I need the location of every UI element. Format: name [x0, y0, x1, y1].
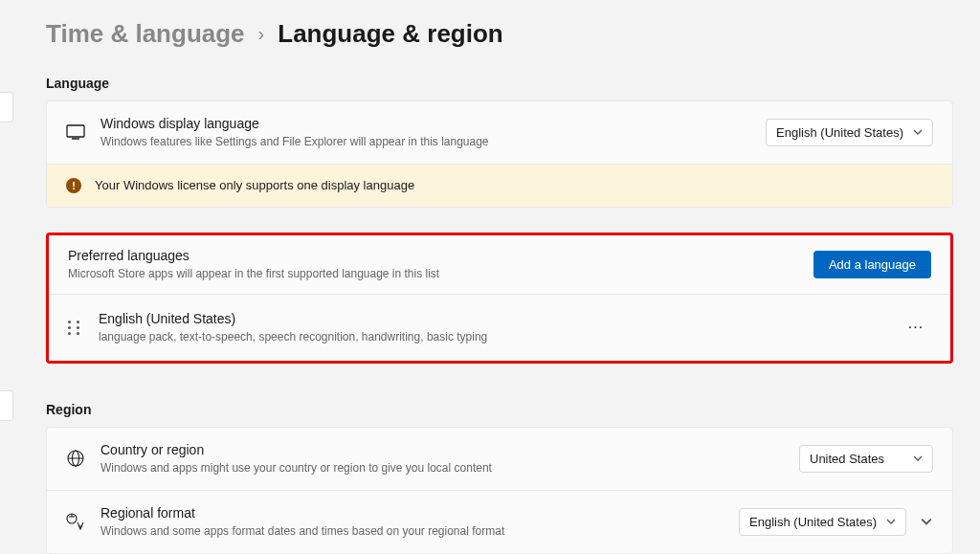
display-language-row: Windows display language Windows feature… — [47, 101, 952, 164]
language-item-features: language pack, text-to-speech, speech re… — [99, 329, 901, 345]
regional-format-title: Regional format — [100, 504, 739, 521]
language-format-icon — [66, 512, 85, 531]
regional-format-value: English (United States) — [749, 515, 877, 529]
language-item-name: English (United States) — [99, 310, 901, 327]
display-language-title: Windows display language — [100, 115, 766, 132]
country-region-title: Country or region — [100, 441, 799, 458]
chevron-right-icon: › — [258, 23, 265, 45]
more-icon: ··· — [908, 319, 924, 336]
chevron-down-icon — [886, 517, 896, 526]
monitor-icon — [66, 122, 85, 142]
country-region-desc: Windows and apps might use your country … — [100, 460, 799, 476]
preferred-languages-desc: Microsoft Store apps will appear in the … — [68, 266, 813, 282]
regional-format-dropdown[interactable]: English (United States) — [739, 508, 906, 536]
warning-icon: ! — [66, 178, 81, 193]
preferred-languages-title: Preferred languages — [68, 247, 813, 264]
display-language-desc: Windows features like Settings and File … — [100, 134, 766, 150]
country-region-dropdown[interactable]: United States — [799, 445, 933, 473]
license-warning-row: ! Your Windows license only supports one… — [47, 164, 952, 207]
language-item-row[interactable]: English (United States) language pack, t… — [49, 294, 950, 361]
country-region-value: United States — [810, 452, 884, 466]
add-language-button[interactable]: Add a language — [813, 251, 931, 278]
license-warning-text: Your Windows license only supports one d… — [95, 178, 414, 192]
page-title: Language & region — [278, 19, 502, 49]
language-section-header: Language — [46, 76, 953, 91]
regional-format-row: Regional format Windows and some apps fo… — [47, 490, 952, 553]
breadcrumb-parent[interactable]: Time & language — [46, 19, 245, 49]
regional-format-desc: Windows and some apps format dates and t… — [100, 523, 739, 540]
preferred-languages-group: Preferred languages Microsoft Store apps… — [46, 233, 953, 364]
preferred-languages-header-row: Preferred languages Microsoft Store apps… — [49, 235, 950, 294]
expand-row-button[interactable] — [920, 515, 933, 528]
svg-rect-0 — [67, 125, 84, 137]
display-language-dropdown[interactable]: English (United States) — [766, 119, 933, 146]
side-tab-1 — [0, 92, 13, 122]
drag-handle-icon[interactable] — [68, 321, 81, 335]
display-language-group: Windows display language Windows feature… — [46, 100, 953, 208]
region-group: Country or region Windows and apps might… — [46, 427, 953, 554]
more-options-button[interactable]: ··· — [901, 312, 931, 343]
chevron-down-icon — [913, 127, 923, 137]
globe-icon — [66, 449, 85, 468]
region-section-header: Region — [46, 402, 953, 417]
side-tab-2 — [0, 390, 13, 421]
country-region-row: Country or region Windows and apps might… — [47, 428, 952, 490]
chevron-down-icon — [913, 454, 923, 463]
display-language-value: English (United States) — [776, 125, 903, 140]
breadcrumb: Time & language › Language & region — [46, 19, 953, 49]
